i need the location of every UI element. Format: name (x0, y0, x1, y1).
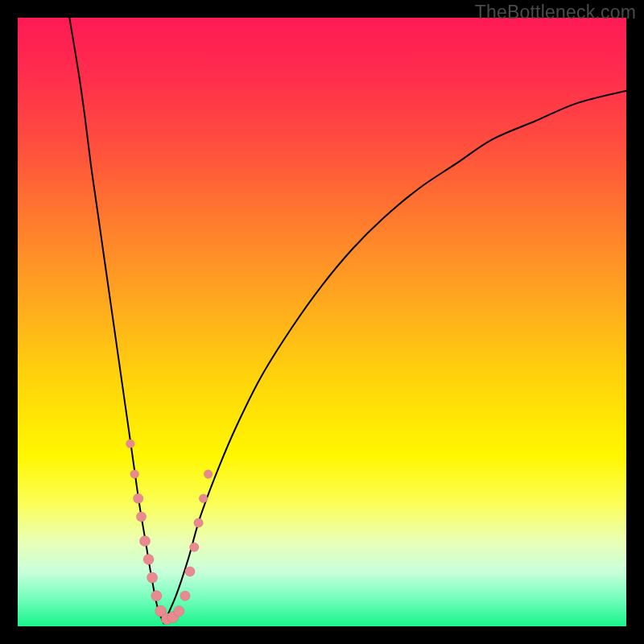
chart-frame: TheBottleneck.com (0, 0, 644, 644)
data-dot (143, 554, 154, 564)
data-dot (185, 567, 195, 576)
data-dot (133, 493, 142, 503)
plot-area (18, 18, 626, 626)
curve-left-branch (69, 18, 163, 623)
data-dot (204, 470, 213, 479)
chart-svg (18, 18, 626, 626)
data-dot (194, 518, 204, 528)
attribution-text: TheBottleneck.com (475, 2, 636, 23)
curve-right-branch (163, 91, 626, 624)
data-dot (130, 470, 139, 479)
data-dot (147, 572, 157, 583)
data-dot (136, 512, 146, 522)
data-dot (189, 543, 199, 552)
data-dot (151, 591, 162, 601)
data-dot (126, 440, 134, 448)
data-dot (199, 494, 208, 503)
data-dot (180, 591, 190, 601)
data-dot (139, 536, 150, 547)
dot-cluster (126, 440, 213, 625)
data-dot (174, 605, 184, 616)
